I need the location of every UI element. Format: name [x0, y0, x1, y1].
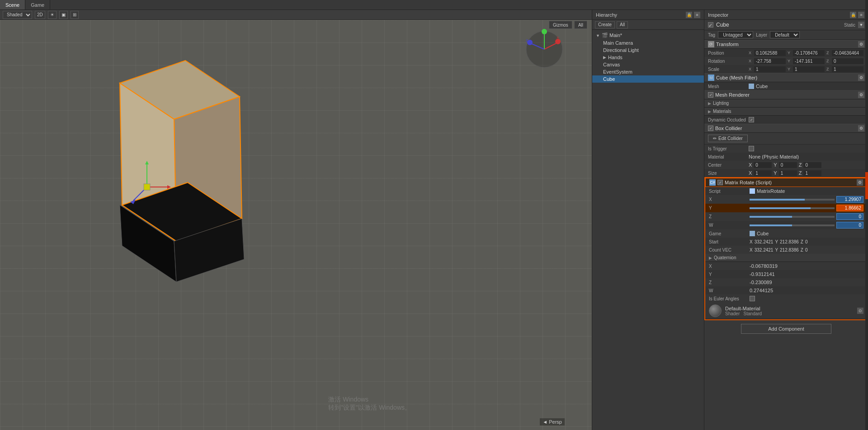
rot-z-input[interactable] — [832, 58, 863, 64]
boxcollider-component-header[interactable]: ✓ Box Collider ⚙ — [704, 124, 868, 133]
y-field-label: Y — [709, 206, 750, 210]
center-x-input[interactable] — [754, 162, 772, 168]
hierarchy-item-dirlight[interactable]: Directional Light — [592, 47, 704, 54]
collider-size-label: Size — [708, 171, 749, 176]
toolbar-icon2[interactable]: ▣ — [59, 11, 68, 19]
add-component-button[interactable]: Add Component — [741, 324, 831, 334]
tag-select[interactable]: Untagged — [718, 31, 753, 38]
static-dropdown-btn[interactable]: ▼ — [858, 22, 864, 28]
toolbar-icon1[interactable]: ☀ — [48, 11, 57, 19]
x-value[interactable]: 1.29907 — [836, 196, 863, 203]
is-euler-checkbox[interactable] — [750, 296, 755, 301]
pos-y-input[interactable] — [793, 50, 825, 56]
material-select-btn[interactable]: ⊙ — [857, 308, 863, 314]
material-sphere — [709, 304, 722, 317]
rot-z-axis: Z — [826, 59, 831, 63]
center-y-input[interactable] — [779, 162, 797, 168]
x-slider[interactable] — [750, 199, 835, 201]
hierarchy-item-canvas[interactable]: Canvas — [592, 61, 704, 68]
inspector-scrollbar-thumb[interactable] — [865, 172, 868, 199]
item-label-dirlight: Directional Light — [603, 47, 639, 53]
transform-settings-btn[interactable]: ⚙ — [858, 41, 864, 47]
size-y-input[interactable] — [779, 170, 797, 176]
object-active-checkbox[interactable]: ✓ — [708, 22, 713, 28]
matrixrotate-enable-checkbox[interactable]: ✓ — [717, 180, 723, 185]
w-slider[interactable] — [750, 224, 835, 226]
top-bar: Scene Game — [0, 0, 868, 10]
count-y-label: Y — [775, 248, 778, 252]
toolbar-icon3[interactable]: ⊞ — [71, 11, 79, 19]
quaternion-arrow: ▶ — [709, 256, 712, 260]
dynamic-occluded-checkbox[interactable]: ✓ — [749, 117, 754, 122]
layer-select[interactable]: Default — [770, 31, 800, 38]
tab-game[interactable]: Game — [25, 0, 50, 9]
hierarchy-item-cube[interactable]: Cube — [592, 75, 704, 83]
scale-x-input[interactable] — [754, 66, 786, 72]
size-z-input[interactable] — [803, 170, 821, 176]
meshrenderer-component-header[interactable]: ✓ Mesh Renderer ⚙ — [704, 90, 868, 99]
matrixrotate-title: Matrix Rotate (Script) — [725, 180, 855, 185]
scene-canvas[interactable]: Gizmos All — [0, 20, 592, 430]
hierarchy-all-btn[interactable]: All — [617, 21, 628, 28]
z-value[interactable]: 0 — [836, 213, 863, 220]
boxcollider-enable-checkbox[interactable]: ✓ — [708, 126, 713, 131]
scale-z-axis: Z — [826, 67, 831, 71]
all-button[interactable]: All — [574, 21, 587, 29]
rot-z-field: Z — [826, 58, 863, 64]
quaternion-foldout[interactable]: ▶ Quaternion — [705, 254, 867, 262]
hierarchy-item-hands[interactable]: ▶ Hands — [592, 54, 704, 61]
rot-x-field: X — [749, 58, 786, 64]
size-y-label: Y — [774, 170, 777, 176]
z-field-row: Z 0 — [705, 212, 867, 221]
script-value: MatrixRotate — [757, 188, 785, 194]
hierarchy-item-eventsystem[interactable]: EventSystem — [592, 68, 704, 75]
edit-collider-button[interactable]: ✏ Edit Collider — [708, 135, 748, 142]
inspector-lock-btn[interactable]: 🔒 — [850, 12, 856, 18]
scale-y-input[interactable] — [793, 66, 825, 72]
y-slider[interactable] — [750, 207, 835, 209]
matrixrotate-component-header[interactable]: C# ✓ Matrix Rotate (Script) ⚙ — [705, 178, 867, 187]
materials-foldout[interactable]: ▶ Materials — [704, 108, 868, 116]
meshfilter-settings-btn[interactable]: ⚙ — [858, 75, 864, 81]
hierarchy-content: ▼ 🎬 Main* Main Camera Directional Light … — [592, 30, 704, 430]
quat-x-label: X — [709, 264, 750, 269]
quat-z-label: Z — [709, 280, 750, 285]
meshrenderer-settings-btn[interactable]: ⚙ — [858, 92, 864, 98]
render-2d-button[interactable]: 2D — [35, 11, 45, 19]
hierarchy-lock-btn[interactable]: 🔒 — [686, 12, 692, 18]
lighting-foldout[interactable]: ▶ Lighting — [704, 99, 868, 108]
quat-z-row: Z -0.230089 — [705, 278, 867, 286]
inspector-scrollbar[interactable] — [865, 10, 868, 430]
shade-mode-select[interactable]: Shaded — [3, 11, 32, 19]
item-label-cube: Cube — [603, 76, 615, 82]
is-trigger-checkbox[interactable] — [749, 146, 754, 151]
gizmo-widget: X Y Z — [524, 29, 565, 70]
countvec-values: X 332.2421 Y 212.8386 Z 0 — [750, 248, 807, 252]
inspector-content: ✓ Cube Static ▼ Tag Untagged Layer Defau… — [704, 20, 868, 430]
hierarchy-menu-btn[interactable]: ≡ — [694, 12, 700, 18]
size-x-input[interactable] — [754, 170, 772, 176]
center-z-input[interactable] — [803, 162, 821, 168]
hierarchy-item-maincamera[interactable]: Main Camera — [592, 39, 704, 47]
pos-z-input[interactable] — [832, 50, 863, 56]
z-slider[interactable] — [750, 216, 835, 218]
inspector-menu-btn[interactable]: ≡ — [858, 12, 864, 18]
rot-y-input[interactable] — [793, 58, 825, 64]
w-value[interactable]: 0 — [836, 222, 863, 229]
pos-x-input[interactable] — [754, 50, 786, 56]
y-value[interactable]: 1.86662 — [836, 205, 863, 211]
meshrenderer-enable-checkbox[interactable]: ✓ — [708, 92, 713, 98]
rot-x-input[interactable] — [754, 58, 786, 64]
hierarchy-create-btn[interactable]: Create — [595, 21, 615, 28]
scale-z-input[interactable] — [832, 66, 863, 72]
matrixrotate-settings-btn[interactable]: ⚙ — [857, 179, 863, 186]
meshfilter-component-header[interactable]: M Cube (Mesh Filter) ⚙ — [704, 73, 868, 82]
gizmos-button[interactable]: Gizmos — [549, 21, 572, 29]
shader-value: Standard — [744, 311, 762, 316]
boxcollider-settings-btn[interactable]: ⚙ — [858, 125, 864, 131]
tab-scene[interactable]: Scene — [0, 0, 25, 9]
hierarchy-item-main[interactable]: ▼ 🎬 Main* — [592, 32, 704, 39]
y-field-row: Y 1.86662 — [705, 204, 867, 212]
transform-component-header[interactable]: ⟳ Transform ⚙ — [704, 40, 868, 49]
item-label-eventsystem: EventSystem — [603, 69, 632, 75]
